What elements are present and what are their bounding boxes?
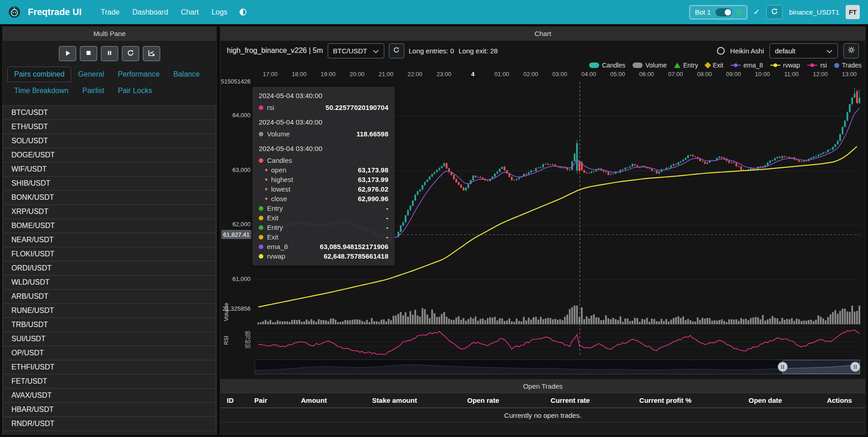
theme-toggle-icon[interactable] [239,8,247,16]
bot-online-toggle[interactable] [716,8,732,16]
nav-link-logs[interactable]: Logs [205,8,234,16]
pair-item-fet-usdt[interactable]: FET/USDT [3,374,216,389]
datazoom-handle-right[interactable] [850,362,860,372]
tab-pairlist[interactable]: Pairlist [75,83,111,99]
pair-item-arb-usdt[interactable]: ARB/USDT [3,289,216,304]
chart-settings-button[interactable] [843,43,859,58]
datazoom-slider[interactable] [255,359,860,375]
pair-select[interactable]: BTC/USDT [328,43,384,58]
multipane-controls [3,41,216,66]
chevron-down-icon [373,47,379,55]
legend-volume[interactable]: Volume [633,62,667,69]
tab-general[interactable]: General [71,67,111,82]
pair-item-op-usdt[interactable]: OP/USDT [3,346,216,360]
nav-link-trade[interactable]: Trade [94,8,126,16]
refresh-button[interactable] [122,46,139,61]
tooltip-value: 63,173.99 [358,175,388,184]
pair-item-ethfi-usdt[interactable]: ETHFI/USDT [3,360,216,375]
play-icon [64,50,71,58]
entry-series-dot [259,206,263,211]
x-axis-tick: 10:00 [755,71,770,78]
nav-link-chart[interactable]: Chart [174,8,205,16]
pause-button[interactable] [101,46,118,61]
tab-time-breakdown[interactable]: Time Breakdown [7,83,75,99]
chart-panel-header: Chart [220,27,865,41]
check-icon: ✓ [753,7,760,17]
tooltip-row-open: open63,173.98 [259,165,388,175]
tooltip-label: Entry [267,203,283,213]
play-button[interactable] [59,46,76,61]
tab-pairs-combined[interactable]: Pairs combined [7,67,71,82]
pair-item-wif-usdt[interactable]: WIF/USDT [3,162,216,177]
pair-item-xrp-usdt[interactable]: XRP/USDT [3,204,216,219]
pair-item-shib-usdt[interactable]: SHIB/USDT [3,176,216,191]
column-actions: Actions [814,396,865,404]
long-entries-label: Long entries: 0 [409,47,454,55]
nav-link-dashboard[interactable]: Dashboard [126,8,174,16]
pair-item-avax-usdt[interactable]: AVAX/USDT [3,388,216,403]
pair-item-wld-usdt[interactable]: WLD/USDT [3,275,216,290]
x-axis-tick: 04:00 [581,71,596,78]
legend-label: Volume [645,62,667,69]
main-nav: TradeDashboardChartLogs [94,8,234,16]
tooltip-value: - [386,213,388,223]
open-trades-panel: Open Trades IDPairAmountStake amountOpen… [220,379,865,434]
chart-remove-button[interactable] [143,46,160,61]
pair-item-bonk-usdt[interactable]: BONK/USDT [3,190,216,205]
legend-exit[interactable]: Exit [706,62,723,69]
tab-balance[interactable]: Balance [167,67,207,82]
reload-bot-button[interactable] [766,5,783,19]
pair-item-floki-usdt[interactable]: FLOKI/USDT [3,247,216,261]
tab-pair-locks[interactable]: Pair Locks [111,83,159,99]
tab-performance[interactable]: Performance [111,67,167,82]
entry-legend-marker [674,62,680,68]
navbar-right: Bot 1 ✓ binance_USDT1 FT [690,5,860,19]
pair-item-near-usdt[interactable]: NEAR/USDT [3,233,216,247]
legend-entry[interactable]: Entry [674,62,698,69]
refresh-chart-button[interactable] [389,43,404,58]
tooltip-row-rvwap: rvwap62,648.75785661418 [259,251,388,261]
column-current-rate: Current rate [527,396,614,404]
tooltip-label: ema_8 [267,242,288,251]
pair-item-rndr-usdt[interactable]: RNDR/USDT [3,416,216,431]
plot-config-select[interactable]: default [769,43,838,58]
pair-item-trb-usdt[interactable]: TRB/USDT [3,317,216,332]
column-id: ID [220,396,243,404]
legend-ema-8[interactable]: ema_8 [731,62,763,69]
pair-item-hbar-usdt[interactable]: HBAR/USDT [3,402,216,417]
x-axis-tick: 07:00 [668,71,683,78]
freqtrade-logo-icon [8,6,21,18]
datazoom-handle-left[interactable] [778,362,788,372]
rvwap-legend-marker [770,63,780,68]
legend-label: rsi [820,62,827,69]
pair-item-btc-usdt[interactable]: BTC/USDT [3,105,216,120]
legend-candles[interactable]: Candles [589,62,625,69]
x-axis-tick: 05:00 [610,71,625,78]
stop-button[interactable] [80,46,97,61]
pair-item-doge-usdt[interactable]: DOGE/USDT [3,148,216,162]
bot-selector[interactable]: Bot 1 [690,5,747,19]
pair-item-ordi-usdt[interactable]: ORDI/USDT [3,261,216,276]
tooltip-label: Exit [267,213,278,223]
legend-rsi[interactable]: rsi [807,62,827,69]
pair-item-ar-usdt[interactable]: AR/USDT [3,431,216,434]
tooltip-label: highest [271,175,293,184]
legend-rvwap[interactable]: rvwap [770,62,800,69]
pair-item-rune-usdt[interactable]: RUNE/USDT [3,303,216,318]
tooltip-value: - [386,223,388,232]
heikin-ashi-checkbox[interactable] [717,47,725,55]
pair-item-sui-usdt[interactable]: SUI/USDT [3,332,216,346]
tooltip-row-close: close62,990.96 [259,194,388,203]
tooltip-row-ema-8: ema_863,085.948152171906 [259,242,388,251]
pair-item-eth-usdt[interactable]: ETH/USDT [3,120,216,134]
pair-item-sol-usdt[interactable]: SOL/USDT [3,134,216,148]
rsi-legend-marker [807,63,817,68]
account-name: binance_USDT1 [789,8,839,16]
chart-toolbar-right: Heikin Ashi default [717,43,859,58]
legend-trades[interactable]: Trades [834,62,862,69]
pair-item-bome-usdt[interactable]: BOME/USDT [3,218,216,233]
app-title: Freqtrade UI [28,7,82,17]
user-avatar[interactable]: FT [846,5,860,19]
lowest-series-dot [265,188,267,190]
x-axis-tick: 23:00 [436,71,451,78]
